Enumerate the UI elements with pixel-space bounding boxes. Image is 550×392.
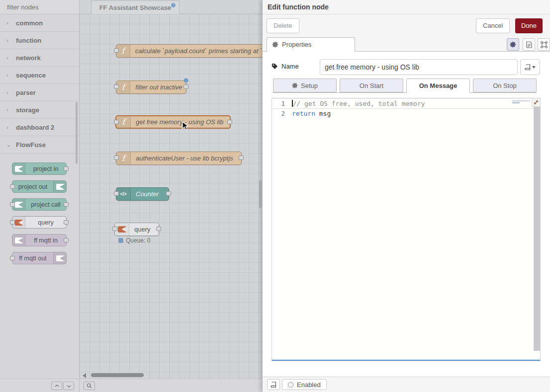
collapse-all-button[interactable] — [51, 382, 62, 390]
tab-properties[interactable]: Properties — [267, 37, 355, 52]
name-row: Name — [272, 59, 545, 75]
palette-category-storage[interactable]: › storage — [0, 101, 79, 119]
name-input[interactable] — [320, 59, 518, 75]
chevron-right-icon: › — [6, 20, 10, 26]
palette-category-network[interactable]: › network — [0, 49, 79, 67]
palette-category-parser[interactable]: › parser — [0, 84, 79, 101]
input-port[interactable] — [114, 120, 119, 124]
tab-setup[interactable]: Setup — [273, 78, 337, 92]
tab-on-message[interactable]: On Message — [406, 78, 470, 93]
output-port[interactable] — [64, 238, 69, 242]
output-port[interactable] — [156, 227, 161, 231]
code-line: 1 // get OS free, used, total memory — [272, 98, 540, 109]
flow-tab-label: FF Assistant Showcase — [99, 4, 172, 11]
palette-scrollbar[interactable] — [76, 102, 78, 164]
flow-canvas[interactable]: FF Assistant Showcase f calculate `paylo… — [80, 0, 262, 392]
input-port[interactable] — [10, 202, 15, 207]
output-port[interactable] — [227, 120, 232, 124]
chevron-right-icon: › — [6, 55, 10, 61]
editor-expand-button[interactable] — [532, 98, 540, 107]
chevron-right-icon: › — [6, 37, 10, 43]
palette-category-function[interactable]: › function — [0, 32, 79, 49]
palette-node-label: ff mqtt out — [12, 255, 53, 262]
flow-node-filter-out-inactive[interactable]: f filter out inactive — [116, 80, 186, 94]
chevron-up-icon — [55, 384, 59, 388]
output-port[interactable] — [64, 202, 69, 207]
input-port[interactable] — [10, 184, 15, 189]
tray-resize-handle[interactable] — [259, 180, 262, 208]
chevron-down-icon: ⌄ — [6, 142, 10, 148]
input-port[interactable] — [114, 48, 119, 53]
palette-category-dashboard2[interactable]: › dashboard 2 — [0, 119, 79, 136]
output-port[interactable] — [239, 156, 244, 160]
editor-focus-border — [272, 360, 540, 361]
chevron-right-icon: › — [6, 107, 10, 113]
palette-node-label: project in — [25, 165, 66, 172]
horizontal-scrollbar[interactable] — [91, 373, 144, 377]
input-port[interactable] — [112, 227, 117, 231]
tab-on-stop[interactable]: On Stop — [473, 78, 537, 92]
changed-dot — [183, 78, 188, 83]
output-port[interactable] — [64, 220, 69, 225]
tab-on-start[interactable]: On Start — [340, 78, 403, 92]
palette-node-ff-mqtt-out[interactable]: ff mqtt out — [12, 252, 67, 264]
node-label: filter out inactive — [130, 81, 186, 93]
palette-node-project-in[interactable]: project in — [12, 162, 67, 175]
palette-node-project-out[interactable]: project out — [12, 180, 67, 193]
flow-node-query[interactable]: query — [114, 223, 159, 236]
editor-scrollbar[interactable] — [534, 98, 540, 351]
palette-category-common[interactable]: › common — [0, 14, 79, 32]
library-button[interactable] — [267, 379, 280, 390]
output-port[interactable] — [64, 166, 69, 171]
library-dropdown-button[interactable] — [520, 59, 540, 75]
input-port[interactable] — [114, 84, 119, 89]
appearance-icon — [541, 41, 548, 48]
scroll-left-arrow[interactable] — [83, 373, 86, 378]
mouse-cursor — [182, 121, 190, 131]
input-port[interactable] — [114, 191, 119, 196]
node-label: Counter — [131, 188, 164, 200]
flow-node-get-free-memory[interactable]: f get free memory - using OS lib — [115, 115, 231, 129]
palette-node-label: query — [25, 219, 66, 226]
cancel-button[interactable]: Cancel — [476, 18, 510, 33]
name-label: Name — [272, 63, 299, 70]
node-label: authenticateUser - use lib bcryptjs — [131, 152, 238, 164]
flow-node-calculate-primes[interactable]: f calculate `payload.count` primes start… — [116, 44, 262, 58]
palette-node-project-call[interactable]: project call — [12, 198, 67, 211]
delete-button[interactable]: Delete — [267, 18, 299, 33]
flow-node-counter[interactable]: </> Counter — [116, 187, 169, 201]
tab-label: On Start — [360, 82, 383, 89]
output-port[interactable] — [183, 84, 188, 89]
palette-node-ff-mqtt-in[interactable]: ff mqtt in — [12, 234, 67, 246]
gear-icon — [272, 41, 278, 48]
palette-category-flowfuse[interactable]: ⌄ FlowFuse — [0, 136, 79, 154]
input-port[interactable] — [10, 220, 15, 225]
chevron-right-icon: › — [6, 89, 10, 95]
flow-node-authenticate-user[interactable]: f authenticateUser - use lib bcryptjs — [116, 152, 242, 165]
palette-category-sequence[interactable]: › sequence — [0, 67, 79, 84]
tab-properties-label: Properties — [282, 41, 311, 48]
input-port[interactable] — [10, 256, 15, 260]
palette-footer — [0, 379, 79, 392]
properties-icon-button[interactable] — [507, 38, 519, 51]
input-port[interactable] — [114, 156, 119, 160]
done-button[interactable]: Done — [515, 18, 543, 33]
flow-tab[interactable]: FF Assistant Showcase — [91, 0, 180, 14]
code-editor[interactable]: 1 // get OS free, used, total memory 2 r… — [272, 98, 541, 361]
description-icon-button[interactable] — [523, 38, 535, 51]
flowfuse-icon — [12, 235, 25, 246]
appearance-icon-button[interactable] — [538, 38, 550, 51]
palette-node-query[interactable]: query — [12, 216, 67, 229]
enabled-toggle-button[interactable]: Enabled — [282, 379, 327, 390]
chevron-down-icon — [67, 384, 71, 388]
gear-icon — [292, 82, 298, 88]
output-port[interactable] — [166, 191, 171, 196]
canvas-grid — [80, 14, 262, 379]
gear-icon — [510, 41, 516, 48]
palette-node-label: project out — [12, 183, 53, 190]
expand-all-button[interactable] — [63, 382, 74, 390]
enabled-label: Enabled — [297, 381, 321, 389]
category-label: common — [16, 19, 43, 27]
properties-form: Name Setup On Start On Message — [263, 52, 550, 377]
zoom-search-button[interactable] — [84, 382, 95, 390]
